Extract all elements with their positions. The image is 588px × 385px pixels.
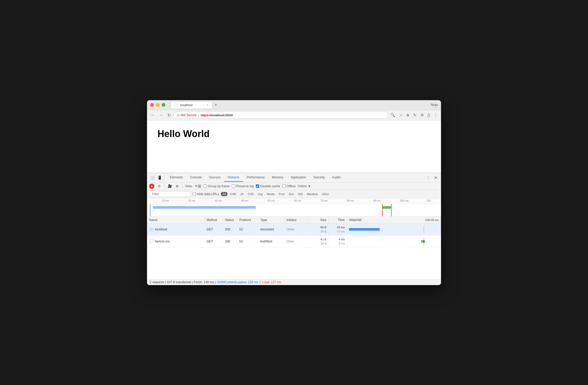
title-bar: 📄 localhost × + Ninja bbox=[147, 100, 441, 110]
waterfall-vline-red-2 bbox=[424, 237, 424, 245]
th-initiator[interactable]: Initiator bbox=[284, 217, 308, 223]
tab-application[interactable]: Application bbox=[287, 173, 310, 182]
extensions-icon[interactable]: ⊗ bbox=[405, 112, 411, 118]
filter-button[interactable]: ⊙ bbox=[174, 184, 180, 189]
filter-css-button[interactable]: CSS bbox=[246, 192, 256, 196]
browser-tab[interactable]: 📄 localhost × bbox=[171, 101, 212, 108]
table-row[interactable]: <> localhost GET 200 h2 document Other 6… bbox=[147, 224, 441, 236]
ruler-mark-20: 20 ms bbox=[188, 199, 195, 202]
close-devtools-button[interactable]: ✕ bbox=[432, 175, 439, 180]
tab-memory[interactable]: Memory bbox=[268, 173, 287, 182]
preserve-log-checkbox[interactable] bbox=[232, 184, 235, 188]
tab-favicon-icon: 📄 bbox=[174, 103, 178, 107]
group-by-frame-label[interactable]: Group by frame bbox=[203, 184, 229, 188]
stop-button[interactable]: ⊘ bbox=[156, 184, 162, 189]
offline-label[interactable]: Offline bbox=[282, 184, 296, 188]
filter-font-button[interactable]: Font bbox=[277, 192, 286, 196]
filter-other-button[interactable]: Other bbox=[320, 192, 331, 196]
filter-xhr-button[interactable]: XHR bbox=[228, 192, 238, 196]
th-status[interactable]: Status bbox=[223, 217, 237, 223]
more-tabs-button[interactable]: ⋮ bbox=[424, 175, 432, 180]
th-type[interactable]: Type bbox=[258, 217, 284, 223]
td-protocol-1: h2 bbox=[237, 226, 258, 233]
tree-view-icon[interactable]: ⊞ bbox=[198, 184, 201, 189]
preserve-log-label[interactable]: Preserve log bbox=[232, 184, 254, 188]
td-type-2: text/html bbox=[258, 238, 284, 245]
offline-checkbox[interactable] bbox=[282, 184, 286, 188]
online-selector[interactable]: Online ▼ bbox=[298, 184, 311, 188]
new-tab-button[interactable]: + bbox=[212, 101, 219, 108]
forward-button[interactable]: → bbox=[157, 112, 165, 118]
th-protocol[interactable]: Protocol bbox=[237, 217, 258, 223]
device-toggle-icon[interactable]: 📱 bbox=[156, 174, 163, 181]
timeline-area: 10 ms 20 ms 30 ms 40 ms 50 ms 60 ms 70 m… bbox=[147, 198, 441, 217]
disable-cache-label[interactable]: Disable cache bbox=[256, 184, 280, 188]
devtools-panel: ⬜ 📱 Elements Console Sources Network Per… bbox=[147, 173, 441, 285]
filter-ws-button[interactable]: WS bbox=[296, 192, 305, 196]
search-icon[interactable]: 🔍 bbox=[389, 112, 397, 118]
tab-label: localhost bbox=[180, 103, 193, 107]
inspect-element-icon[interactable]: ⬜ bbox=[149, 174, 155, 181]
th-time[interactable]: Time bbox=[329, 217, 347, 223]
filter-bar: Hide data URLs All XHR JS CSS Img Media … bbox=[147, 190, 441, 198]
th-size[interactable]: Size bbox=[308, 217, 329, 223]
td-protocol-2: h2 bbox=[237, 238, 258, 245]
waterfall-vline-red-1 bbox=[424, 225, 424, 233]
hide-data-urls-label[interactable]: Hide data URLs bbox=[193, 192, 219, 196]
ruler-mark-50: 50 ms bbox=[268, 199, 275, 202]
group-by-frame-checkbox[interactable] bbox=[203, 184, 207, 188]
tab-sources[interactable]: Sources bbox=[205, 173, 224, 182]
record-button[interactable]: ● bbox=[149, 184, 154, 189]
camera-button[interactable]: 🎥 bbox=[167, 184, 172, 189]
list-view-icon[interactable]: ≡ bbox=[195, 184, 197, 189]
address-input-wrap[interactable]: ⚠ Not Secure | https://localhost:3000 bbox=[173, 111, 388, 119]
tab-network[interactable]: Network bbox=[224, 173, 243, 182]
tab-console[interactable]: Console bbox=[186, 173, 205, 182]
th-method[interactable]: Method bbox=[205, 217, 223, 223]
td-method-2: GET bbox=[205, 238, 223, 245]
menu-icon[interactable]: ⋮ bbox=[432, 112, 439, 118]
table-row[interactable]: favicon.ico GET 200 h2 text/html Other 4… bbox=[147, 236, 441, 248]
waterfall-bar-2 bbox=[421, 240, 425, 243]
filter-media-button[interactable]: Media bbox=[265, 192, 276, 196]
td-size-2: 41 B 20 B bbox=[308, 236, 329, 247]
filter-all-button[interactable]: All bbox=[221, 192, 228, 196]
filter-input[interactable] bbox=[149, 191, 191, 197]
fullscreen-button[interactable] bbox=[162, 103, 165, 107]
filter-img-button[interactable]: Img bbox=[256, 192, 264, 196]
close-button[interactable] bbox=[150, 103, 154, 107]
bookmark-icon[interactable]: ☆ bbox=[398, 112, 404, 118]
settings-icon[interactable]: ⚙ bbox=[419, 112, 425, 118]
filter-js-button[interactable]: JS bbox=[238, 192, 245, 196]
hide-data-urls-checkbox[interactable] bbox=[193, 192, 196, 196]
address-bar: ← → ↻ ⚠ Not Secure | https://localhost:3… bbox=[147, 110, 441, 121]
url-host: localhost:3000 bbox=[211, 113, 233, 117]
ruler-mark-110: 110 bbox=[426, 199, 431, 202]
back-button[interactable]: ← bbox=[149, 112, 156, 118]
tab-close-button[interactable]: × bbox=[206, 103, 208, 107]
traffic-lights bbox=[150, 103, 165, 107]
th-waterfall[interactable]: Waterfall 100.00 ms bbox=[347, 217, 441, 223]
refresh-button[interactable]: ↻ bbox=[166, 112, 172, 119]
tab-security[interactable]: Security bbox=[310, 173, 328, 182]
devtools-icon[interactable]: {} bbox=[426, 112, 431, 118]
minimize-button[interactable] bbox=[156, 103, 160, 107]
filter-type-buttons: All XHR JS CSS Img Media Font Doc WS Man… bbox=[221, 192, 331, 196]
filter-manifest-button[interactable]: Manifest bbox=[305, 192, 320, 196]
th-name[interactable]: Name bbox=[147, 217, 205, 223]
address-url[interactable]: https://localhost:3000 bbox=[201, 113, 233, 117]
timeline-bar-1 bbox=[153, 206, 256, 209]
disable-cache-checkbox[interactable] bbox=[256, 184, 259, 188]
tab-performance[interactable]: Performance bbox=[243, 173, 268, 182]
warning-icon: ⚠ bbox=[177, 113, 180, 117]
tab-elements[interactable]: Elements bbox=[166, 173, 186, 182]
tab-audits[interactable]: Audits bbox=[328, 173, 344, 182]
td-method-1: GET bbox=[205, 226, 223, 233]
ruler-mark-100: 100 ms bbox=[400, 199, 409, 202]
timeline-bar-2 bbox=[382, 206, 391, 209]
timeline-graph bbox=[147, 204, 441, 217]
status-bar: 2 requests | 107 B transferred | Finish:… bbox=[147, 279, 441, 285]
reload-icon[interactable]: ↻ bbox=[412, 112, 418, 118]
filter-doc-button[interactable]: Doc bbox=[287, 192, 296, 196]
address-icons: 🔍 ☆ ⊗ ↻ ⚙ {} ⋮ bbox=[389, 112, 439, 118]
